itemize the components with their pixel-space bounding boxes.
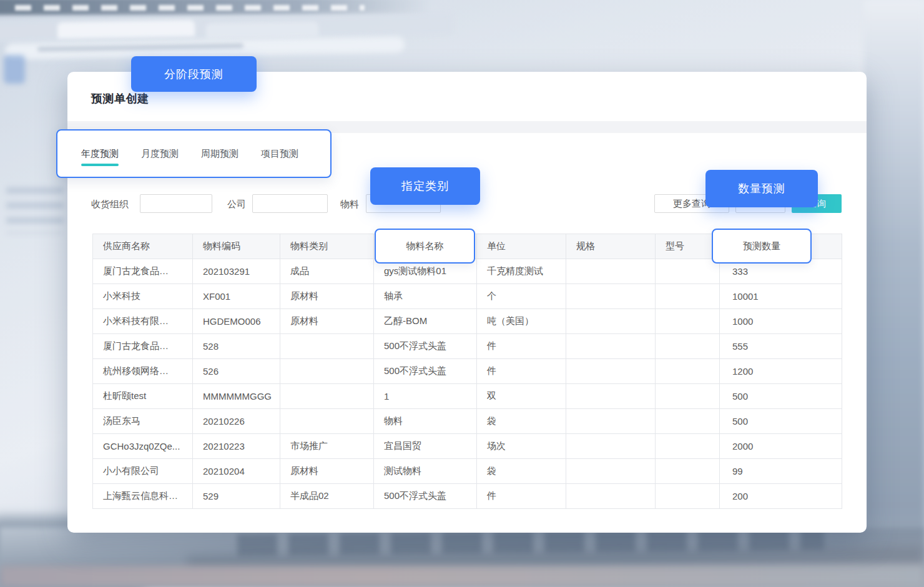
table-cell: 526 <box>193 359 280 384</box>
table-row[interactable]: 厦门古龙食品…528500不浮式头盖件555 <box>93 334 842 359</box>
table-row[interactable]: 小米科技有限…HGDEMO006原材料乙醇-BOM吨（美国）1000 <box>93 309 842 334</box>
table-cell: 1 <box>374 384 477 409</box>
table-cell <box>280 409 374 434</box>
column-header: 物料编码 <box>193 234 280 259</box>
table-cell <box>656 259 720 284</box>
table-cell <box>656 409 720 434</box>
table-cell: 小小有限公司 <box>93 459 193 484</box>
table-cell <box>656 484 720 509</box>
table-cell: 小米科技有限… <box>93 309 193 334</box>
table-cell: 原材料 <box>280 309 374 334</box>
table-cell <box>656 309 720 334</box>
receiving-org-label: 收货组织 <box>91 199 129 210</box>
table-cell: HGDEMO006 <box>193 309 280 334</box>
page-title: 预测单创建 <box>91 91 149 106</box>
table-cell <box>566 459 656 484</box>
table-cell <box>566 484 656 509</box>
table-cell: 500 <box>720 384 842 409</box>
table-cell <box>656 359 720 384</box>
table-cell <box>280 334 374 359</box>
column-header: 单位 <box>477 234 566 259</box>
table-cell: 测试物料 <box>374 459 477 484</box>
table-row[interactable]: 杜昕颐testMMMMMMGGG1双500 <box>93 384 842 409</box>
table-cell: 1000 <box>720 309 842 334</box>
forecast-table: 供应商名称物料编码物料类别物料名称单位规格型号预测数量 厦门古龙食品…20210… <box>92 234 842 509</box>
table-cell <box>656 334 720 359</box>
forecast-tabs-annotation-box: 年度预测月度预测周期预测项目预测 <box>56 129 332 178</box>
column-header: 规格 <box>566 234 656 259</box>
table-cell <box>280 359 374 384</box>
table-cell: 1200 <box>720 359 842 384</box>
table-cell: 半成品02 <box>280 484 374 509</box>
table-cell: 20210226 <box>193 409 280 434</box>
table-cell: 500 <box>720 409 842 434</box>
table-cell: 汤臣东马 <box>93 409 193 434</box>
table-cell: 乙醇-BOM <box>374 309 477 334</box>
quantity-forecast-badge: 数量预测 <box>705 170 818 207</box>
table-cell <box>566 334 656 359</box>
material-name-highlight-box: 物料名称 <box>375 229 475 264</box>
table-cell: 2000 <box>720 434 842 459</box>
table-cell <box>566 384 656 409</box>
table-cell: 原材料 <box>280 459 374 484</box>
table-row[interactable]: 小米科技XF001原材料轴承个10001 <box>93 284 842 309</box>
table-cell: 千克精度测试 <box>477 259 566 284</box>
table-row[interactable]: GCHo3Jzq0ZQe...20210223市场推广宜昌国贸场次2000 <box>93 434 842 459</box>
table-cell <box>656 434 720 459</box>
table-cell: 20210223 <box>193 434 280 459</box>
table-cell: 原材料 <box>280 284 374 309</box>
table-cell: XF001 <box>193 284 280 309</box>
column-header: 型号 <box>656 234 720 259</box>
receiving-org-input[interactable] <box>140 194 212 213</box>
tab-label: 项目预测 <box>261 148 298 160</box>
table-cell: 物料 <box>374 409 477 434</box>
forecast-table-wrap: 供应商名称物料编码物料类别物料名称单位规格型号预测数量 厦门古龙食品…20210… <box>92 234 842 509</box>
table-cell: 厦门古龙食品… <box>93 259 193 284</box>
table-cell <box>656 384 720 409</box>
table-cell: 宜昌国贸 <box>374 434 477 459</box>
table-cell: 件 <box>477 359 566 384</box>
table-cell: 528 <box>193 334 280 359</box>
table-cell: 上海甄云信息科… <box>93 484 193 509</box>
table-cell: 个 <box>477 284 566 309</box>
screenshot-stage: 预测单创建 年度预测月度预测周期预测项目预测 收货组织 公司 物料 更多查询 查… <box>0 0 924 587</box>
table-row[interactable]: 上海甄云信息科…529半成品02500不浮式头盖件200 <box>93 484 842 509</box>
tab-period-forecast[interactable]: 周期预测 <box>201 131 238 177</box>
table-cell: 杭州移领网络… <box>93 359 193 384</box>
table-row[interactable]: 杭州移领网络…526500不浮式头盖件1200 <box>93 359 842 384</box>
table-cell <box>566 284 656 309</box>
table-cell: 20210204 <box>193 459 280 484</box>
table-cell: 双 <box>477 384 566 409</box>
table-row[interactable]: 汤臣东马20210226物料袋500 <box>93 409 842 434</box>
table-cell: 500不浮式头盖 <box>374 334 477 359</box>
table-cell: 202103291 <box>193 259 280 284</box>
column-header: 供应商名称 <box>93 234 193 259</box>
tab-annual-forecast[interactable]: 年度预测 <box>81 131 119 177</box>
table-cell: 99 <box>720 459 842 484</box>
table-cell: 529 <box>193 484 280 509</box>
tab-label: 年度预测 <box>81 148 119 160</box>
table-cell: 厦门古龙食品… <box>93 334 193 359</box>
table-cell: MMMMMMGGG <box>193 384 280 409</box>
active-tab-underline <box>81 164 119 166</box>
tab-monthly-forecast[interactable]: 月度预测 <box>141 131 179 177</box>
table-cell: 市场推广 <box>280 434 374 459</box>
table-cell <box>656 284 720 309</box>
column-header: 物料类别 <box>280 234 374 259</box>
table-cell: 袋 <box>477 459 566 484</box>
table-cell: 件 <box>477 484 566 509</box>
table-cell: 小米科技 <box>93 284 193 309</box>
table-cell: 吨（美国） <box>477 309 566 334</box>
material-label: 物料 <box>340 199 359 210</box>
table-cell: 500不浮式头盖 <box>374 484 477 509</box>
table-cell <box>566 409 656 434</box>
company-input[interactable] <box>252 194 328 213</box>
tab-label: 周期预测 <box>201 148 238 160</box>
table-cell: GCHo3Jzq0ZQe... <box>93 434 193 459</box>
table-cell: 轴承 <box>374 284 477 309</box>
table-row[interactable]: 小小有限公司20210204原材料测试物料袋99 <box>93 459 842 484</box>
table-cell <box>566 359 656 384</box>
company-label: 公司 <box>227 199 246 210</box>
table-cell: 件 <box>477 334 566 359</box>
tab-project-forecast[interactable]: 项目预测 <box>261 131 298 177</box>
